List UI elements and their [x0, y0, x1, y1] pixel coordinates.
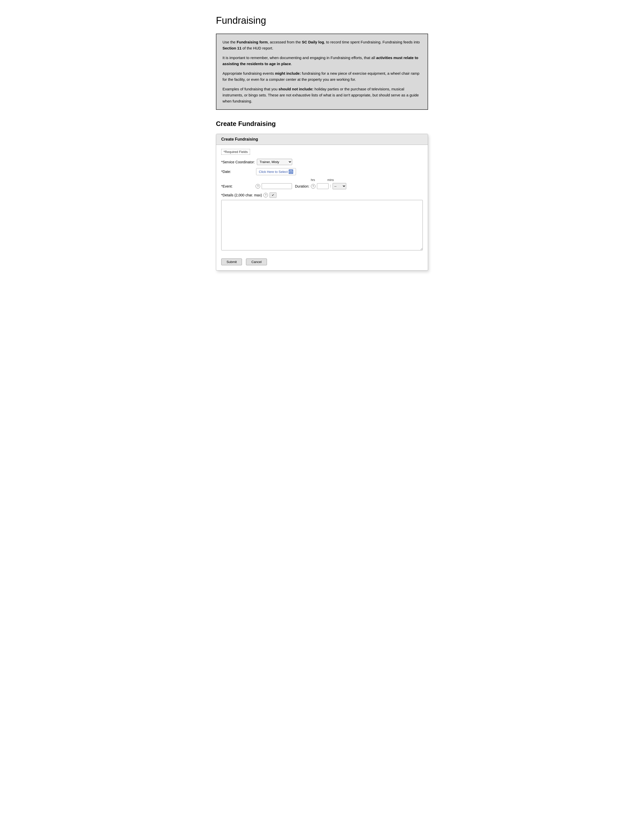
- create-fundraising-title: Create Fundraising: [216, 120, 428, 128]
- mins-column-label: mins: [324, 178, 337, 182]
- event-label: *Event:: [221, 184, 254, 188]
- submit-button[interactable]: Submit: [221, 259, 242, 265]
- date-select-button[interactable]: Click Here to Select: [256, 168, 296, 175]
- duration-column-labels: hrs mins: [221, 178, 423, 182]
- duration-hours-input[interactable]: [317, 183, 328, 189]
- required-fields-label: *Required Fields: [221, 149, 250, 155]
- info-paragraph-4: Examples of fundraising that you should …: [222, 86, 422, 104]
- date-row: *Date: Click Here to Select: [221, 168, 423, 175]
- spell-check-button[interactable]: ✔: [269, 192, 277, 198]
- info-paragraph-3: Appropriate fundraising events might inc…: [222, 71, 422, 82]
- duration-label: Duration:: [295, 184, 309, 188]
- form-card-header: Create Fundraising: [216, 134, 428, 145]
- details-help-icon[interactable]: ?: [263, 193, 268, 198]
- page-title: Fundraising: [216, 15, 428, 26]
- details-label: *Details (2,000 char. max): [221, 193, 262, 197]
- info-bold-sc-daily-log: SC Daily log: [302, 40, 324, 44]
- duration-group: Duration: ? : -- 00 15 30 45: [295, 183, 346, 189]
- event-duration-section: hrs mins *Event: ? Duration: ? :: [221, 178, 423, 189]
- service-coordinator-select[interactable]: Trainer, Misty: [257, 159, 292, 165]
- details-row: *Details (2,000 char. max) ? ✔: [221, 192, 423, 198]
- service-coordinator-row: *Service Coordinator: Trainer, Misty: [221, 159, 423, 165]
- info-bold-might-include: might include:: [275, 71, 301, 76]
- event-duration-inputs-row: *Event: ? Duration: ? : -- 00 15 30 45: [221, 183, 423, 189]
- event-help-icon[interactable]: ?: [256, 184, 260, 188]
- event-group: *Event: ?: [221, 183, 292, 189]
- duration-colon: :: [330, 184, 331, 189]
- calendar-icon: [289, 169, 293, 174]
- date-button-text: Click Here to Select: [259, 170, 288, 174]
- form-footer: Submit Cancel: [221, 256, 423, 265]
- info-bold-fundraising-form: Fundraising form: [237, 40, 268, 44]
- service-coordinator-label: *Service Coordinator:: [221, 160, 255, 164]
- info-bold-section-11: Section 11: [222, 46, 242, 50]
- details-textarea[interactable]: [221, 200, 423, 251]
- info-box: Use the Fundraising form, accessed from …: [216, 34, 428, 110]
- info-paragraph-1: Use the Fundraising form, accessed from …: [222, 39, 422, 51]
- date-label: *Date:: [221, 170, 254, 174]
- event-input[interactable]: [262, 183, 292, 189]
- duration-minutes-select[interactable]: -- 00 15 30 45: [333, 183, 346, 189]
- cancel-button[interactable]: Cancel: [246, 259, 267, 265]
- info-bold-should-not-include: should not include:: [279, 87, 313, 91]
- duration-help-icon[interactable]: ?: [311, 184, 316, 188]
- info-paragraph-2: It is important to remember, when docume…: [222, 55, 422, 67]
- form-card-body: *Required Fields *Service Coordinator: T…: [216, 145, 428, 270]
- hours-column-label: hrs: [307, 178, 319, 182]
- create-fundraising-form-card: Create Fundraising *Required Fields *Ser…: [216, 134, 428, 270]
